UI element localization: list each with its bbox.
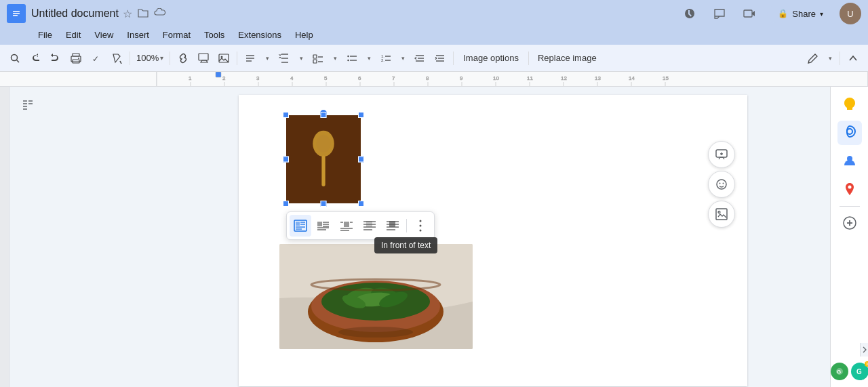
grammarly-badge[interactable]: G <box>831 363 848 380</box>
image-annotate-button[interactable] <box>708 201 735 228</box>
menu-help[interactable]: Help <box>290 28 319 41</box>
svg-point-108 <box>420 220 422 222</box>
outline-icon[interactable] <box>22 99 34 115</box>
star-icon[interactable]: ☆ <box>123 7 132 20</box>
tasks-panel-button[interactable] <box>837 121 862 145</box>
menu-file[interactable]: File <box>33 28 58 41</box>
checklist-dropdown[interactable]: ▾ <box>329 49 341 68</box>
share-button[interactable]: 🔒 Share ▾ <box>767 5 834 23</box>
bullet-list-dropdown[interactable]: ▾ <box>363 49 375 68</box>
svg-rect-87 <box>317 222 322 226</box>
emoji-react-button[interactable] <box>708 171 735 198</box>
title-area: Untitled document ☆ <box>31 7 672 20</box>
collapse-toolbar-button[interactable] <box>844 49 863 68</box>
resize-handle-tl[interactable] <box>283 112 289 118</box>
break-text-button[interactable] <box>336 215 357 237</box>
wrap-inline-button[interactable] <box>290 215 311 237</box>
undo-button[interactable] <box>26 49 45 68</box>
align-dropdown[interactable]: ▾ <box>261 49 273 68</box>
menu-format[interactable]: Format <box>157 28 196 41</box>
toolbar-sep-4 <box>453 52 454 65</box>
svg-rect-102 <box>366 221 372 227</box>
menu-bar: File Edit View Insert Format Tools Exten… <box>0 27 868 45</box>
align-button[interactable] <box>241 49 260 68</box>
edit-mode-dropdown[interactable]: ▾ <box>824 49 836 68</box>
resize-handle-tr[interactable] <box>358 112 364 118</box>
svg-rect-2 <box>13 13 20 14</box>
resize-handle-tm[interactable] <box>321 112 327 118</box>
svg-point-14 <box>221 56 223 58</box>
svg-point-121 <box>338 327 413 338</box>
edit-mode-button[interactable] <box>804 49 823 68</box>
floating-actions-panel <box>708 141 735 228</box>
spellcheck-button[interactable]: ✓ <box>87 49 106 68</box>
toolbar: ✓ 100% ▾ ▾ ▾ ▾ ▾ 1.2. ▾ <box>0 45 868 72</box>
number-list-button[interactable]: 1.2. <box>376 49 395 68</box>
svg-text:1: 1 <box>189 75 192 81</box>
expand-panel-button[interactable] <box>860 343 868 357</box>
insert-image-button[interactable] <box>214 49 233 68</box>
line-spacing-dropdown[interactable]: ▾ <box>295 49 307 68</box>
behind-text-button[interactable] <box>359 215 380 237</box>
add-comment-button[interactable] <box>194 49 213 68</box>
svg-rect-12 <box>199 54 208 60</box>
paint-format-button[interactable] <box>107 49 126 68</box>
spoon-image[interactable] <box>286 115 361 203</box>
resize-handle-br[interactable] <box>358 201 364 207</box>
increase-indent-button[interactable] <box>431 49 450 68</box>
docs-logo[interactable] <box>7 4 26 23</box>
redo-button[interactable] <box>46 49 65 68</box>
resize-handle-bm[interactable] <box>321 201 327 207</box>
resize-handle-bl[interactable] <box>283 201 289 207</box>
svg-text:8: 8 <box>426 75 429 81</box>
doc-title-text[interactable]: Untitled document <box>31 7 119 20</box>
svg-point-129 <box>718 211 720 213</box>
keep-panel-button[interactable] <box>837 92 862 117</box>
svg-text:6: 6 <box>358 75 361 81</box>
in-front-of-text-button[interactable] <box>382 215 403 237</box>
toolbar-sep-5 <box>528 52 529 65</box>
image-options-button[interactable]: Image options <box>457 49 525 68</box>
menu-insert[interactable]: Insert <box>121 28 155 41</box>
wrap-text-button[interactable] <box>313 215 334 237</box>
wrap-toolbar <box>286 211 435 240</box>
zoom-dropdown[interactable]: 100% ▾ <box>134 49 166 68</box>
menu-view[interactable]: View <box>89 28 119 41</box>
contacts-panel-button[interactable] <box>837 149 862 174</box>
maps-panel-button[interactable] <box>837 178 862 202</box>
svg-text:G: G <box>856 368 862 375</box>
print-button[interactable] <box>66 49 85 68</box>
toolbar-sep-1 <box>130 52 130 65</box>
number-list-dropdown[interactable]: ▾ <box>397 49 409 68</box>
resize-handle-mr[interactable] <box>358 157 364 163</box>
menu-edit[interactable]: Edit <box>60 28 86 41</box>
history-button[interactable] <box>677 1 702 26</box>
svg-rect-21 <box>313 55 317 58</box>
replace-image-button[interactable]: Replace image <box>532 49 602 68</box>
link-button[interactable] <box>174 49 193 68</box>
resize-handle-ml[interactable] <box>283 157 289 163</box>
add-apps-button[interactable] <box>837 211 862 235</box>
line-spacing-button[interactable] <box>275 49 294 68</box>
svg-text:13: 13 <box>595 75 601 81</box>
grammarly-g-badge[interactable]: G 3 <box>851 363 869 380</box>
menu-tools[interactable]: Tools <box>199 28 230 41</box>
wrap-more-options-button[interactable] <box>410 215 431 237</box>
add-comment-float-button[interactable] <box>708 141 735 168</box>
svg-text:2.: 2. <box>381 58 384 62</box>
bullet-list-button[interactable] <box>342 49 361 68</box>
svg-point-10 <box>78 58 79 59</box>
checklist-button[interactable] <box>309 49 328 68</box>
search-button[interactable] <box>5 49 24 68</box>
decrease-indent-button[interactable] <box>410 49 429 68</box>
folder-icon[interactable] <box>138 8 149 20</box>
bowl-image[interactable] <box>279 244 473 349</box>
main-content: In front of text <box>0 87 868 387</box>
menu-extensions[interactable]: Extensions <box>233 28 287 41</box>
user-avatar[interactable]: U <box>840 3 861 24</box>
comments-button[interactable] <box>707 1 732 26</box>
left-sidebar <box>0 87 156 387</box>
selected-image[interactable] <box>286 115 361 203</box>
meet-button[interactable] <box>737 1 762 26</box>
cloud-save-icon[interactable] <box>154 8 166 20</box>
